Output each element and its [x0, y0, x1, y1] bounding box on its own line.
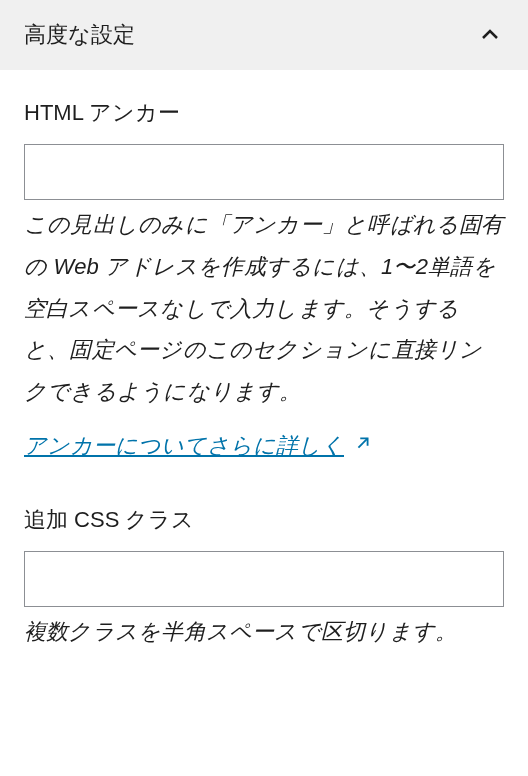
panel-title: 高度な設定	[24, 20, 135, 50]
chevron-up-icon	[476, 21, 504, 49]
html-anchor-label: HTML アンカー	[24, 98, 504, 128]
html-anchor-field-group: HTML アンカー この見出しのみに「アンカー」と呼ばれる固有の Web アドレ…	[24, 98, 504, 461]
panel-body: HTML アンカー この見出しのみに「アンカー」と呼ばれる固有の Web アドレ…	[0, 70, 528, 677]
anchor-learn-more-link-text: アンカーについてさらに詳しく	[24, 431, 344, 461]
advanced-settings-panel-header[interactable]: 高度な設定	[0, 0, 528, 70]
html-anchor-input[interactable]	[24, 144, 504, 200]
html-anchor-help-text: この見出しのみに「アンカー」と呼ばれる固有の Web アドレスを作成するには、1…	[24, 204, 504, 413]
external-link-icon	[352, 432, 374, 460]
additional-css-class-label: 追加 CSS クラス	[24, 505, 504, 535]
anchor-learn-more-link[interactable]: アンカーについてさらに詳しく	[24, 431, 374, 461]
additional-css-class-input[interactable]	[24, 551, 504, 607]
additional-css-class-help-text: 複数クラスを半角スペースで区切ります。	[24, 611, 504, 653]
additional-css-class-field-group: 追加 CSS クラス 複数クラスを半角スペースで区切ります。	[24, 505, 504, 653]
